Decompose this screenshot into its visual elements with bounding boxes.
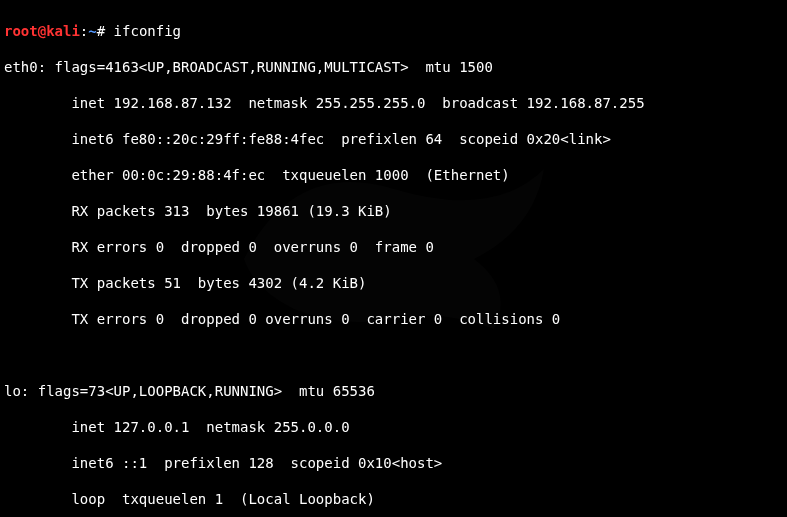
ifconfig-eth0-tx-errors: TX errors 0 dropped 0 overruns 0 carrier… <box>4 310 783 328</box>
ifconfig-lo-inet: inet 127.0.0.1 netmask 255.0.0.0 <box>4 418 783 436</box>
terminal-output[interactable]: root@kali:~# ifconfig eth0: flags=4163<U… <box>4 4 783 517</box>
ifconfig-eth0-inet: inet 192.168.87.132 netmask 255.255.255.… <box>4 94 783 112</box>
blank-line <box>4 346 783 364</box>
ifconfig-eth0-rx-packets: RX packets 313 bytes 19861 (19.3 KiB) <box>4 202 783 220</box>
ifconfig-eth0-tx-packets: TX packets 51 bytes 4302 (4.2 KiB) <box>4 274 783 292</box>
prompt-line-1: root@kali:~# ifconfig <box>4 22 783 40</box>
ifconfig-lo-header: lo: flags=73<UP,LOOPBACK,RUNNING> mtu 65… <box>4 382 783 400</box>
ifconfig-lo-loop: loop txqueuelen 1 (Local Loopback) <box>4 490 783 508</box>
command-text: ifconfig <box>114 23 181 39</box>
prompt-user-host: root@kali <box>4 23 80 39</box>
ifconfig-eth0-inet6: inet6 fe80::20c:29ff:fe88:4fec prefixlen… <box>4 130 783 148</box>
prompt-hash: # <box>97 23 114 39</box>
prompt-path: ~ <box>88 23 96 39</box>
ifconfig-eth0-header: eth0: flags=4163<UP,BROADCAST,RUNNING,MU… <box>4 58 783 76</box>
ifconfig-eth0-rx-errors: RX errors 0 dropped 0 overruns 0 frame 0 <box>4 238 783 256</box>
ifconfig-lo-inet6: inet6 ::1 prefixlen 128 scopeid 0x10<hos… <box>4 454 783 472</box>
ifconfig-eth0-ether: ether 00:0c:29:88:4f:ec txqueuelen 1000 … <box>4 166 783 184</box>
